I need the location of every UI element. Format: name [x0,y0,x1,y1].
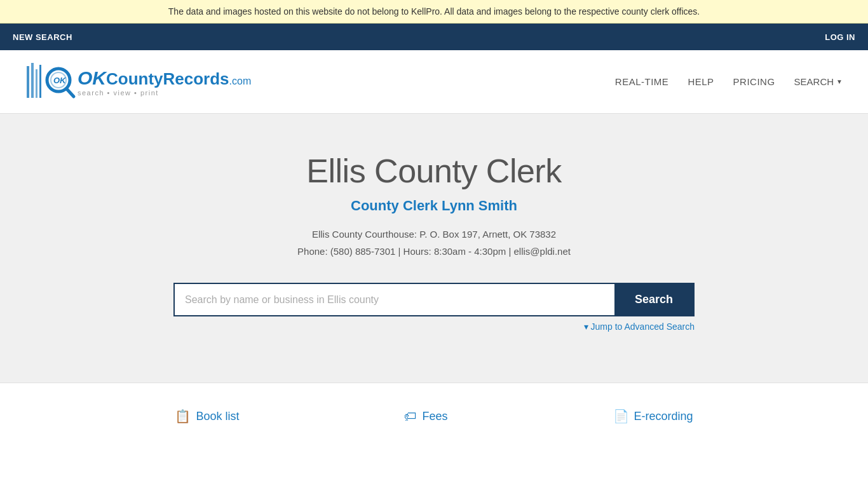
realtime-nav-link[interactable]: REAL-TIME [615,76,669,87]
address-info: Ellis County Courthouse: P. O. Box 197, … [297,226,571,260]
svg-rect-0 [27,66,29,98]
logo-text: OK CountyRecords .com search • view • pr… [78,67,251,97]
announcement-banner: The data and images hosted on this websi… [0,0,868,24]
banner-text: The data and images hosted on this websi… [168,6,700,17]
top-nav: NEW SEARCH LOG IN [0,24,868,50]
fees-label: Fees [422,410,447,423]
svg-rect-1 [31,63,34,98]
header-nav: REAL-TIME HELP PRICING SEARCH ▼ [615,76,843,87]
search-button[interactable]: Search [614,284,693,315]
search-row: Search [173,283,695,316]
advanced-search-link[interactable]: ▾ Jump to Advanced Search [584,322,695,332]
clerk-name: County Clerk Lynn Smith [351,198,517,214]
search-nav-label: SEARCH [794,76,834,87]
address-line1: Ellis County Courthouse: P. O. Box 197, … [297,226,571,243]
search-caret-icon: ▼ [836,78,843,85]
search-input[interactable] [175,284,614,315]
search-area: Search ▾ Jump to Advanced Search [173,283,695,332]
book-list-icon: 📋 [175,409,191,424]
svg-line-7 [67,89,74,97]
erecording-icon: 📄 [613,409,629,424]
login-link[interactable]: LOG IN [825,32,855,42]
fees-icon: 🏷 [404,409,417,424]
fees-link[interactable]: 🏷 Fees [404,409,447,424]
logo-area[interactable]: OK OK CountyRecords .com search • view •… [25,60,251,104]
new-search-link[interactable]: NEW SEARCH [13,32,72,42]
search-nav-dropdown[interactable]: SEARCH ▼ [794,76,843,87]
logo-icon: OK [25,60,76,104]
svg-rect-3 [39,65,41,98]
svg-text:OK: OK [53,76,67,85]
logo-tagline: search • view • print [78,89,159,97]
site-header: OK OK CountyRecords .com search • view •… [0,50,868,114]
footer-links: 📋 Book list 🏷 Fees 📄 E-recording [0,383,868,449]
svg-rect-2 [36,69,37,98]
erecording-link[interactable]: 📄 E-recording [613,409,693,424]
county-title: Ellis County Clerk [306,152,561,190]
main-content: Ellis County Clerk County Clerk Lynn Smi… [0,114,868,383]
book-list-label: Book list [196,410,239,423]
pricing-nav-link[interactable]: PRICING [733,76,775,87]
erecording-label: E-recording [634,410,693,423]
help-nav-link[interactable]: HELP [688,76,714,87]
book-list-link[interactable]: 📋 Book list [175,409,239,424]
address-line2: Phone: (580) 885-7301 | Hours: 8:30am - … [297,243,571,260]
